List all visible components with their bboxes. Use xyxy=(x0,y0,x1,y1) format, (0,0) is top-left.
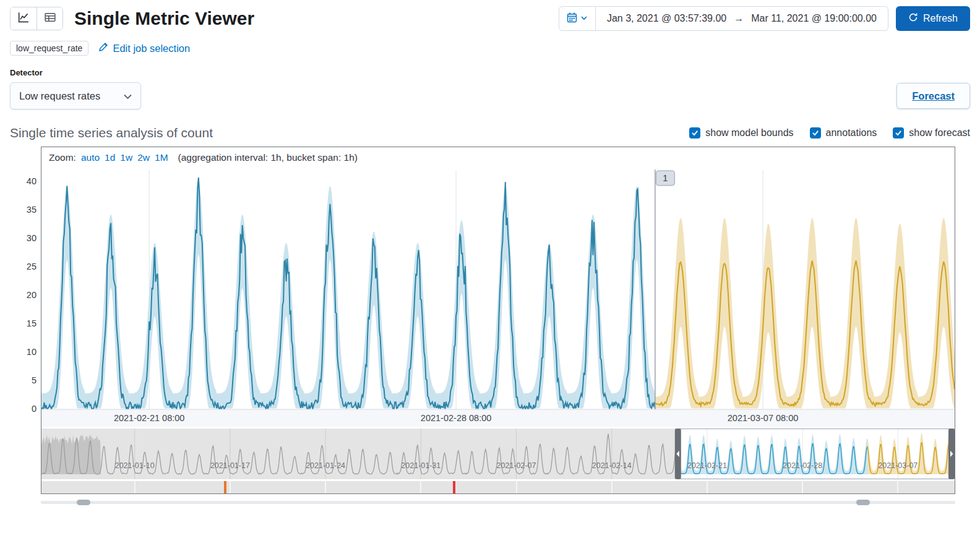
section-title: Single time series analysis of count xyxy=(10,126,213,140)
chart-area: Zoom: auto1d1w2w1M (aggregation interval… xyxy=(41,147,955,494)
toggle-annotations[interactable]: annotations xyxy=(810,127,877,139)
svg-text:2021-02-21: 2021-02-21 xyxy=(687,461,727,470)
scrollbar-knob-left[interactable] xyxy=(77,500,90,505)
datepicker-quick-select[interactable] xyxy=(559,7,596,30)
svg-text:2021-03-07: 2021-03-07 xyxy=(878,461,918,470)
selection-right-handle xyxy=(948,429,955,479)
zoom-option-1d[interactable]: 1d xyxy=(105,152,115,163)
svg-text:2021-01-10: 2021-01-10 xyxy=(115,461,155,470)
start-date[interactable]: Jan 3, 2021 @ 03:57:39.00 xyxy=(607,13,726,24)
svg-text:2021-01-31: 2021-01-31 xyxy=(401,461,441,470)
view-toggle-group xyxy=(10,7,63,30)
svg-text:2021-02-14: 2021-02-14 xyxy=(592,461,632,470)
timeline-scrollbar[interactable] xyxy=(41,498,955,506)
toggles: show model boundsannotationsshow forecas… xyxy=(689,127,970,139)
y-axis-label: 25 xyxy=(12,262,37,271)
toggle-show-forecast[interactable]: show forecast xyxy=(893,127,970,139)
svg-text:2021-02-21 08:00: 2021-02-21 08:00 xyxy=(114,413,185,423)
svg-text:1: 1 xyxy=(663,173,668,183)
table-icon xyxy=(45,12,56,25)
svg-text:2021-01-17: 2021-01-17 xyxy=(210,461,250,470)
pencil-icon xyxy=(98,42,108,54)
job-bar: low_request_rate Edit job selection xyxy=(10,41,970,56)
swimlane[interactable] xyxy=(41,481,955,493)
swimlane-separator xyxy=(325,481,326,493)
swimlane-separator xyxy=(230,481,231,493)
scrollbar-knob-right[interactable] xyxy=(856,500,870,505)
swimlane-separator xyxy=(134,481,135,493)
svg-text:2021-01-24: 2021-01-24 xyxy=(306,461,345,470)
job-badge: low_request_rate xyxy=(10,41,88,56)
checkbox-checked-icon[interactable] xyxy=(689,127,700,139)
refresh-button[interactable]: Refresh xyxy=(896,6,970,31)
calendar-icon xyxy=(567,12,577,25)
end-date[interactable]: Mar 11, 2021 @ 19:00:00.00 xyxy=(751,13,877,24)
swimlane-separator xyxy=(420,481,421,493)
chevron-down-icon xyxy=(580,13,588,24)
swimlane-separator xyxy=(802,481,803,493)
y-axis-label: 5 xyxy=(12,375,37,385)
detector-label: Detector xyxy=(10,68,970,77)
zoom-option-1M[interactable]: 1M xyxy=(155,152,168,163)
y-axis-label: 20 xyxy=(12,290,37,300)
chevron-down-icon xyxy=(124,90,132,102)
zoom-option-1w[interactable]: 1w xyxy=(120,152,132,163)
svg-text:2021-02-28 08:00: 2021-02-28 08:00 xyxy=(421,413,492,423)
refresh-icon xyxy=(908,12,918,25)
zoom-option-2w[interactable]: 2w xyxy=(137,152,150,163)
chart-view-button[interactable] xyxy=(11,7,37,30)
checkbox-checked-icon[interactable] xyxy=(893,127,904,139)
checkbox-checked-icon[interactable] xyxy=(810,127,821,139)
y-axis-label: 10 xyxy=(12,347,37,357)
swimlane-anomaly-mark[interactable] xyxy=(224,481,226,493)
scrollbar-track xyxy=(41,501,955,504)
table-view-button[interactable] xyxy=(37,7,62,30)
zoom-option-auto[interactable]: auto xyxy=(81,152,100,163)
zoom-row: Zoom: auto1d1w2w1M (aggregation interval… xyxy=(41,147,955,168)
page-title: Single Metric Viewer xyxy=(74,8,254,29)
main-chart-svg[interactable]: 2021-02-21 08:002021-02-28 08:002021-03-… xyxy=(41,168,955,427)
context-chart-svg[interactable]: 2021-01-102021-01-172021-01-242021-01-31… xyxy=(41,429,955,479)
swimlane-separator xyxy=(611,481,612,493)
y-axis-label: 35 xyxy=(12,205,37,215)
svg-text:2021-02-07: 2021-02-07 xyxy=(497,461,536,470)
aggregation-note: (aggregation interval: 1h, bucket span: … xyxy=(178,152,358,163)
selection-left-handle xyxy=(675,429,681,479)
date-range-picker: Jan 3, 2021 @ 03:57:39.00 → Mar 11, 2021… xyxy=(559,6,888,31)
toggle-show-model-bounds[interactable]: show model bounds xyxy=(689,127,793,139)
arrow-right-icon: → xyxy=(734,13,744,24)
detector-select[interactable]: Low request rates xyxy=(10,82,141,109)
swimlane-anomaly-mark[interactable] xyxy=(453,481,455,493)
y-axis-label: 40 xyxy=(12,176,37,186)
swimlane-separator xyxy=(707,481,708,493)
edit-job-selection-link[interactable]: Edit job selection xyxy=(98,42,190,54)
y-axis-label: 0 xyxy=(12,404,37,414)
svg-text:2021-03-07 08:00: 2021-03-07 08:00 xyxy=(728,413,799,423)
y-axis-label: 30 xyxy=(12,233,37,243)
forecast-button[interactable]: Forecast xyxy=(896,83,970,109)
svg-text:2021-02-28: 2021-02-28 xyxy=(783,461,822,470)
swimlane-separator xyxy=(516,481,517,493)
page-header: Single Metric Viewer Jan 3, 2021 @ 03:57… xyxy=(10,6,970,31)
chart-icon xyxy=(18,12,29,25)
zoom-label: Zoom: xyxy=(49,152,76,163)
y-axis-label: 15 xyxy=(12,318,37,328)
swimlane-separator xyxy=(897,481,898,493)
zoom-links: auto1d1w2w1M xyxy=(81,152,168,163)
